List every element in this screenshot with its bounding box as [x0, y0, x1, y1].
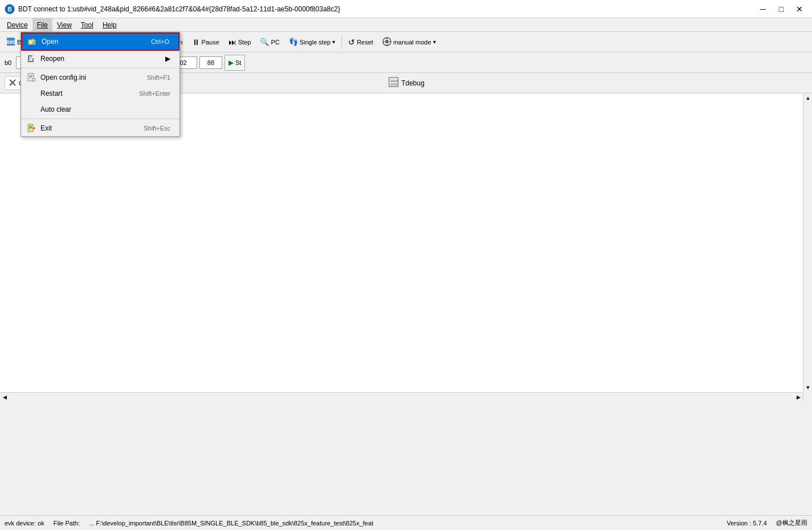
reopen-label: Reopen: [40, 55, 161, 63]
sep-3: [341, 35, 342, 49]
manual-mode-icon: [382, 37, 391, 47]
svg-rect-13: [29, 75, 32, 76]
menu-auto-clear[interactable]: Auto clear: [21, 101, 179, 117]
app-icon: B: [5, 4, 15, 14]
pc-search-icon: 🔍: [260, 38, 269, 46]
menu-file-label: File: [37, 21, 48, 29]
menu-help-label: Help: [103, 21, 117, 29]
scroll-down-arrow[interactable]: ▼: [803, 383, 812, 392]
scroll-left-arrow[interactable]: ◀: [0, 393, 9, 401]
vertical-scrollbar[interactable]: ▲ ▼: [803, 93, 812, 401]
svg-rect-20: [29, 126, 32, 127]
menu-help[interactable]: Help: [98, 18, 121, 31]
reset-label: Reset: [357, 39, 373, 46]
restart-shortcut: Shift+Enter: [139, 90, 170, 97]
prefix-label: b0: [2, 59, 14, 66]
close-button[interactable]: ✕: [791, 3, 807, 15]
open-label: Open: [42, 38, 140, 46]
file-path-label: File Path:: [54, 520, 80, 527]
pc-label: PC: [271, 39, 279, 46]
single-step-label: Single step: [300, 39, 330, 46]
exit-shortcut: Shift+Esc: [144, 125, 170, 132]
file-path-value: ... F:\develop_important\BLE\tlsr\B85M_S…: [89, 520, 717, 527]
reset-button[interactable]: ↺ Reset: [344, 34, 377, 50]
single-step-button[interactable]: 👣 Single step ▾: [285, 34, 339, 50]
clear-icon: [9, 79, 17, 88]
svg-text:B85: B85: [6, 39, 15, 45]
separator-2: [21, 119, 179, 119]
scroll-right-arrow[interactable]: ▶: [794, 393, 803, 401]
step-button[interactable]: ⏭ Step: [225, 34, 255, 50]
menu-view[interactable]: View: [52, 18, 76, 31]
menu-exit[interactable]: Exit Shift+Esc: [21, 120, 179, 136]
minimize-button[interactable]: ─: [755, 3, 771, 15]
single-step-dropdown-icon: ▾: [332, 39, 335, 45]
open-icon: [27, 36, 38, 47]
menu-view-label: View: [57, 21, 72, 29]
menu-restart[interactable]: Restart Shift+Enter: [21, 85, 179, 101]
user-info: @枫之星雨: [776, 519, 807, 527]
menu-open[interactable]: Open Ctrl+O: [21, 32, 179, 51]
reopen-arrow: ▶: [165, 55, 170, 63]
menu-open-config[interactable]: Open config.ini Shift+F1: [21, 70, 179, 85]
svg-rect-11: [29, 59, 31, 60]
start-label: St: [235, 59, 241, 66]
exit-icon: [26, 123, 37, 134]
menu-bar: Device File View Tool Help Open Ctrl+O: [0, 18, 812, 32]
menu-tool-label: Tool: [81, 21, 93, 29]
step-label: Step: [238, 39, 251, 46]
pause-icon: ⏸: [192, 38, 200, 47]
pause-label: Pause: [202, 39, 219, 46]
manual-mode-dropdown-icon: ▾: [433, 39, 436, 45]
svg-rect-24: [32, 128, 34, 129]
svg-text:B: B: [7, 6, 11, 13]
svg-rect-19: [28, 124, 33, 132]
svg-rect-15: [29, 78, 31, 78]
svg-rect-14: [29, 76, 32, 77]
start-play-icon: ▶: [228, 59, 234, 67]
horizontal-scrollbar[interactable]: ◀ ▶: [0, 392, 803, 401]
svg-rect-22: [29, 128, 31, 129]
reset-icon: ↺: [348, 38, 355, 47]
pc-button[interactable]: 🔍 PC: [256, 34, 283, 50]
tdebug-label: Tdebug: [401, 79, 425, 87]
manual-mode-label: manual mode: [393, 39, 431, 46]
open-config-label: Open config.ini: [40, 74, 136, 81]
scroll-up-arrow[interactable]: ▲: [803, 93, 812, 103]
title-bar: B BDT connect to 1:usb#vid_248a&pid_8266…: [0, 0, 812, 18]
svg-text:1101: 1101: [390, 83, 398, 86]
auto-clear-label: Auto clear: [40, 105, 170, 113]
version-info: Version : 5.7.4: [727, 520, 767, 527]
pause-button[interactable]: ⏸ Pause: [188, 34, 223, 50]
start-button[interactable]: ▶ St: [225, 55, 245, 71]
main-content-area: ▲ ▼ ◀ ▶: [0, 93, 812, 401]
manual-mode-button[interactable]: manual mode ▾: [378, 34, 440, 50]
svg-rect-10: [29, 58, 32, 59]
step-icon: ⏭: [228, 38, 236, 47]
value4-input[interactable]: [199, 56, 222, 69]
menu-tool[interactable]: Tool: [76, 18, 98, 31]
menu-device-label: Device: [7, 21, 28, 29]
open-shortcut: Ctrl+O: [151, 38, 169, 45]
reopen-icon: [26, 53, 37, 64]
menu-reopen[interactable]: Reopen ▶: [21, 51, 179, 67]
maximize-button[interactable]: □: [773, 3, 789, 15]
restart-label: Restart: [40, 89, 128, 97]
svg-rect-8: [32, 58, 34, 62]
tdebug-icon: 1010 1101: [387, 76, 399, 90]
b85-icon: B85: [6, 37, 15, 47]
window-controls: ─ □ ✕: [755, 3, 807, 15]
device-status: evk device: ok: [5, 520, 44, 527]
exit-label: Exit: [40, 124, 132, 132]
file-dropdown-menu: Open Ctrl+O Reopen ▶: [21, 32, 180, 137]
svg-rect-18: [32, 79, 35, 80]
window-title: BDT connect to 1:usb#vid_248a&pid_8266#6…: [18, 5, 755, 13]
menu-device[interactable]: Device: [2, 18, 32, 31]
menu-file[interactable]: File: [32, 18, 52, 31]
config-icon: [26, 72, 37, 83]
auto-clear-icon: [26, 104, 37, 115]
svg-rect-9: [29, 57, 32, 58]
restart-icon: [26, 88, 37, 99]
svg-rect-21: [29, 127, 32, 128]
separator-1: [21, 68, 179, 68]
